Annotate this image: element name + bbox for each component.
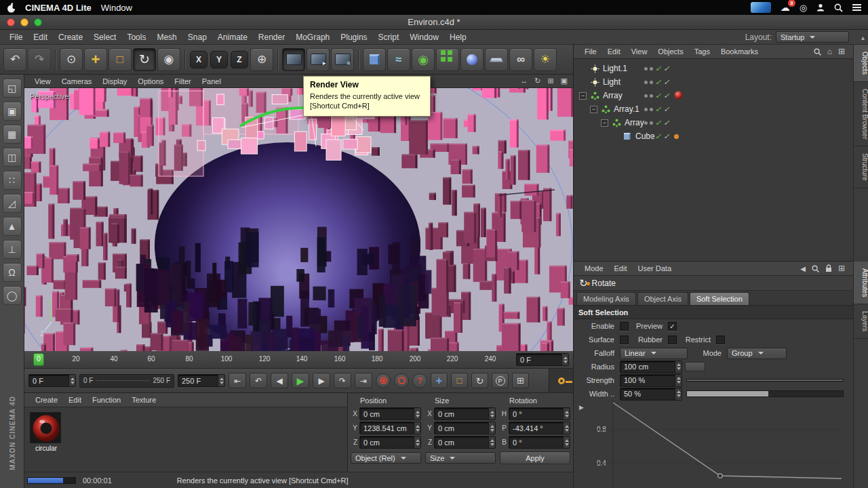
notification-center-icon[interactable] bbox=[852, 4, 861, 5]
maximize-view-icon[interactable]: ▣ bbox=[561, 77, 568, 85]
material-menu-function[interactable]: Function bbox=[87, 396, 126, 404]
viewport-menu-options[interactable]: Options bbox=[133, 77, 168, 85]
preview-range-slider[interactable]: 0 F250 F bbox=[79, 374, 174, 388]
menu-animate[interactable]: Animate bbox=[212, 30, 253, 45]
render-visibility-dot[interactable] bbox=[650, 121, 653, 125]
material-menu-texture[interactable]: Texture bbox=[126, 396, 161, 404]
zoom-view-icon[interactable]: ⊞ bbox=[547, 77, 553, 85]
editor-visibility-dot[interactable] bbox=[644, 81, 648, 84]
polygons-mode-button[interactable]: ▲ bbox=[3, 217, 22, 236]
enabled-check-icon[interactable]: ✓ bbox=[655, 65, 661, 73]
menu-script[interactable]: Script bbox=[373, 30, 405, 45]
radius-field[interactable]: 100 cm bbox=[620, 361, 682, 373]
viewport-canvas[interactable] bbox=[24, 88, 573, 351]
start-frame-field[interactable]: 0 F bbox=[28, 374, 76, 387]
redo-button[interactable]: ↷ bbox=[28, 48, 51, 71]
menu-tools[interactable]: Tools bbox=[121, 30, 151, 45]
model-mode-button[interactable]: ▣ bbox=[3, 102, 22, 121]
width-field[interactable]: 50 % bbox=[620, 388, 682, 401]
rotate-view-icon[interactable]: ↻ bbox=[534, 77, 540, 85]
texture-mode-button[interactable]: ▦ bbox=[3, 125, 22, 144]
enabled-check-icon[interactable]: ✓ bbox=[655, 79, 661, 86]
texture-tag-icon[interactable] bbox=[674, 131, 679, 141]
record-pla-toggle[interactable]: ⊞ bbox=[512, 373, 529, 388]
enabled-check-icon[interactable]: ✓ bbox=[655, 106, 661, 113]
object-name[interactable]: Array bbox=[625, 118, 644, 127]
viewport-menu-filter[interactable]: Filter bbox=[170, 77, 195, 85]
add-light-button[interactable]: ☀ bbox=[534, 48, 557, 71]
points-mode-button[interactable]: ∷ bbox=[3, 171, 22, 190]
undo-button[interactable]: ↶ bbox=[3, 48, 26, 71]
object-row-cube[interactable]: Cube ✓✓ bbox=[574, 129, 853, 143]
live-selection-button[interactable]: ⊙ bbox=[60, 48, 83, 71]
render-settings-button[interactable]: ≡ bbox=[331, 48, 354, 71]
add-subdivision-surface-button[interactable]: ◉ bbox=[412, 48, 435, 71]
strength-field[interactable]: 100 % bbox=[620, 374, 682, 387]
add-floor-button[interactable] bbox=[485, 48, 508, 71]
om-menu-bookmarks[interactable]: Bookmarks bbox=[715, 47, 764, 56]
record-position-toggle[interactable]: + bbox=[431, 373, 448, 388]
apple-menu-icon[interactable] bbox=[7, 3, 16, 13]
menu-mograph[interactable]: MoGraph bbox=[290, 30, 335, 45]
render-view-button[interactable] bbox=[282, 48, 305, 71]
render-visibility-dot[interactable] bbox=[650, 108, 653, 111]
om-menu-objects[interactable]: Objects bbox=[652, 47, 688, 56]
collapse-expander-icon[interactable]: − bbox=[601, 119, 608, 127]
menu-edit[interactable]: Edit bbox=[28, 30, 53, 45]
om-menu-file[interactable]: File bbox=[579, 47, 602, 56]
add-deformer-button[interactable] bbox=[460, 48, 484, 71]
enabled-check-icon[interactable]: ✓ bbox=[655, 133, 661, 140]
lock-y-axis-button[interactable]: Y bbox=[210, 51, 228, 68]
snap-settings-button[interactable]: Ω bbox=[3, 263, 22, 282]
enabled-check-icon[interactable]: ✓ bbox=[655, 119, 661, 127]
end-frame-field[interactable]: 250 F bbox=[178, 374, 225, 387]
side-tab-layers[interactable]: Layers bbox=[854, 304, 868, 339]
menu-file[interactable]: File bbox=[4, 30, 28, 45]
rotation-h-field[interactable]: 0 ° bbox=[509, 407, 570, 420]
make-editable-button[interactable]: ◱ bbox=[3, 79, 22, 98]
check-icon[interactable]: ✓ bbox=[663, 92, 669, 100]
size-x-field[interactable]: 0 cm bbox=[434, 407, 496, 420]
grid-icon[interactable]: ⊞ bbox=[838, 264, 845, 273]
editor-visibility-dot[interactable] bbox=[644, 67, 648, 70]
rubber-checkbox[interactable] bbox=[668, 336, 677, 344]
autokeying-button[interactable] bbox=[394, 373, 409, 388]
record-parameter-toggle[interactable]: P bbox=[492, 373, 509, 388]
target-icon[interactable]: ◎ bbox=[800, 3, 807, 12]
coordinate-system-button[interactable]: ⊕ bbox=[250, 48, 273, 71]
object-row-light[interactable]: Light ✓✓ bbox=[574, 75, 853, 89]
side-tab-structure[interactable]: Structure bbox=[854, 146, 868, 188]
position-y-field[interactable]: 1238.541 cm bbox=[359, 422, 421, 434]
material-name[interactable]: circular bbox=[27, 445, 65, 452]
material-tag-icon[interactable] bbox=[674, 91, 683, 102]
search-icon[interactable] bbox=[814, 48, 821, 56]
render-visibility-dot[interactable] bbox=[650, 67, 653, 70]
menu-render[interactable]: Render bbox=[253, 30, 290, 45]
scale-button[interactable]: □ bbox=[108, 48, 132, 71]
position-x-field[interactable]: 0 cm bbox=[359, 407, 421, 420]
creative-cloud-icon[interactable]: ☁3 bbox=[781, 2, 790, 13]
search-icon[interactable] bbox=[812, 265, 819, 272]
menu-help[interactable]: Help bbox=[444, 30, 472, 45]
rotation-b-field[interactable]: 0 ° bbox=[509, 436, 570, 449]
render-visibility-dot[interactable] bbox=[650, 94, 653, 98]
viewport-menu-display[interactable]: Display bbox=[98, 77, 132, 85]
mode-select[interactable]: Group bbox=[727, 348, 787, 359]
lock-z-axis-button[interactable]: Z bbox=[231, 51, 248, 68]
edges-mode-button[interactable]: ◿ bbox=[3, 194, 22, 213]
menu-create[interactable]: Create bbox=[53, 30, 88, 45]
curve-point[interactable] bbox=[718, 474, 722, 478]
collapse-expander-icon[interactable]: − bbox=[590, 106, 597, 113]
collapse-expander-icon[interactable]: − bbox=[579, 92, 587, 100]
move-button[interactable]: + bbox=[84, 48, 107, 71]
current-frame-field[interactable]: 0 F bbox=[516, 353, 569, 366]
key-icon[interactable] bbox=[558, 378, 565, 384]
section-header[interactable]: Soft Selection bbox=[574, 306, 853, 319]
om-menu-edit[interactable]: Edit bbox=[602, 47, 626, 56]
viewport-menu-panel[interactable]: Panel bbox=[197, 77, 226, 85]
add-environment-button[interactable]: ∞ bbox=[509, 48, 532, 71]
check-icon[interactable]: ✓ bbox=[663, 65, 669, 73]
side-tab-objects[interactable]: Objects bbox=[854, 45, 868, 82]
go-to-start-button[interactable]: ⇤ bbox=[229, 373, 246, 388]
material-menu-create[interactable]: Create bbox=[30, 396, 63, 404]
